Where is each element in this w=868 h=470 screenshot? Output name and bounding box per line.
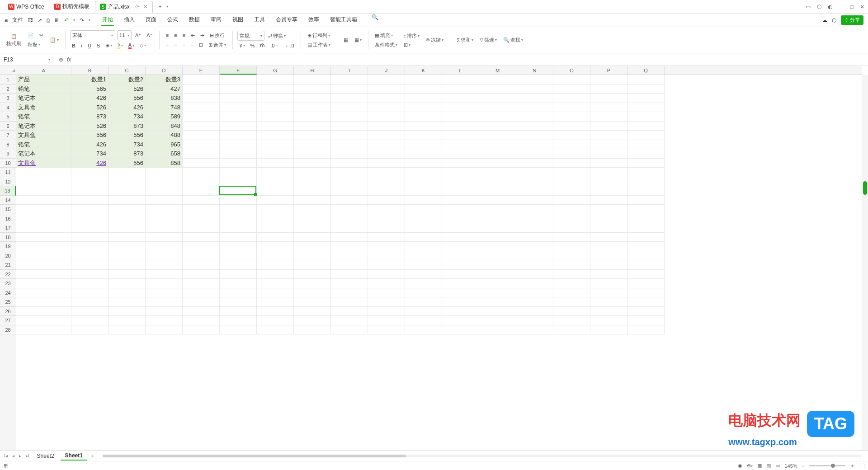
cell[interactable] xyxy=(516,149,553,159)
cell[interactable] xyxy=(146,307,183,316)
cell[interactable] xyxy=(16,214,71,224)
cell[interactable] xyxy=(368,223,405,233)
row-header-21[interactable]: 21 xyxy=(0,260,16,270)
cell[interactable] xyxy=(627,131,665,140)
font-increase-button[interactable]: A⁺ xyxy=(133,32,143,39)
new-tab-button[interactable]: ＋ xyxy=(154,3,166,10)
cell[interactable] xyxy=(627,288,665,298)
cell[interactable] xyxy=(405,112,442,122)
cell[interactable] xyxy=(368,94,405,103)
cell[interactable] xyxy=(479,307,516,316)
cell[interactable]: 426 xyxy=(71,140,108,150)
file-tab[interactable]: S 产品.xlsx ⟳ ✕ xyxy=(95,1,153,13)
tab-smart[interactable]: 智能工具箱 xyxy=(329,14,358,26)
cell[interactable] xyxy=(368,270,405,279)
cell[interactable]: 数量2 xyxy=(108,75,146,85)
cell[interactable] xyxy=(516,85,553,94)
tab-review[interactable]: 审阅 xyxy=(210,14,222,26)
cell[interactable] xyxy=(183,94,220,103)
cell[interactable] xyxy=(220,223,257,233)
cell[interactable] xyxy=(442,242,479,251)
preview-icon[interactable]: 🗎 xyxy=(54,17,60,24)
cell[interactable] xyxy=(553,223,590,233)
cell[interactable] xyxy=(220,75,257,85)
col-header-G[interactable]: G xyxy=(257,66,294,75)
cell[interactable] xyxy=(442,251,479,261)
cell[interactable] xyxy=(479,94,516,103)
sum-button[interactable]: Σ 求和▾ xyxy=(455,36,475,44)
zoom-lens-icon[interactable]: ⊕ xyxy=(59,56,63,63)
cell[interactable] xyxy=(294,205,331,214)
row-header-16[interactable]: 16 xyxy=(0,214,16,224)
font-size-select[interactable]: 11▾ xyxy=(117,30,132,40)
row-header-28[interactable]: 28 xyxy=(0,325,16,335)
cell[interactable] xyxy=(331,85,368,94)
file-menu[interactable]: 文件 xyxy=(12,16,23,24)
cell[interactable] xyxy=(553,112,590,122)
cell[interactable] xyxy=(16,288,71,298)
cell[interactable] xyxy=(183,131,220,140)
cell[interactable] xyxy=(220,205,257,214)
cell-size-button[interactable]: ⊞▾ xyxy=(402,41,422,49)
cell[interactable] xyxy=(183,85,220,94)
cell[interactable] xyxy=(516,75,553,85)
cell[interactable] xyxy=(516,325,553,335)
cell[interactable] xyxy=(405,149,442,159)
cell[interactable] xyxy=(516,103,553,113)
cell[interactable] xyxy=(331,103,368,113)
cell[interactable] xyxy=(442,196,479,205)
cell[interactable] xyxy=(516,307,553,316)
cell[interactable] xyxy=(553,233,590,242)
cell[interactable] xyxy=(183,186,220,196)
paste-button[interactable]: 粘贴▾ xyxy=(26,40,45,49)
cell[interactable] xyxy=(479,103,516,113)
cell[interactable]: 488 xyxy=(146,131,183,140)
cell[interactable] xyxy=(590,196,627,205)
cell[interactable] xyxy=(183,316,220,325)
cell[interactable] xyxy=(368,159,405,168)
cell[interactable] xyxy=(71,260,108,270)
cell[interactable] xyxy=(294,251,331,261)
fullscreen-icon[interactable]: ⛶ xyxy=(859,463,864,469)
cell[interactable] xyxy=(257,242,294,251)
cell[interactable] xyxy=(331,242,368,251)
undo-caret[interactable]: ▾ xyxy=(73,18,75,22)
cell[interactable] xyxy=(590,112,627,122)
cell[interactable] xyxy=(294,297,331,307)
row-header-7[interactable]: 7 xyxy=(0,131,16,140)
cell[interactable] xyxy=(590,288,627,298)
cell[interactable] xyxy=(183,233,220,242)
col-header-Q[interactable]: Q xyxy=(627,66,665,75)
cell[interactable] xyxy=(516,288,553,298)
cell[interactable] xyxy=(183,223,220,233)
status-indicator-icon[interactable]: ⊞ xyxy=(4,463,8,469)
cell[interactable] xyxy=(368,205,405,214)
settings-icon[interactable]: ⬡ xyxy=(832,17,836,24)
select-all-corner[interactable]: ◢ xyxy=(0,66,16,75)
cell[interactable] xyxy=(71,177,108,187)
cell[interactable] xyxy=(183,75,220,85)
cell[interactable] xyxy=(627,251,665,261)
cell[interactable] xyxy=(183,177,220,187)
cell[interactable] xyxy=(294,325,331,335)
cell[interactable] xyxy=(627,149,665,159)
cell[interactable] xyxy=(516,205,553,214)
cell[interactable] xyxy=(590,242,627,251)
cell[interactable] xyxy=(479,122,516,131)
cell[interactable] xyxy=(516,140,553,150)
cell[interactable] xyxy=(146,270,183,279)
cell[interactable] xyxy=(16,251,71,261)
cell[interactable] xyxy=(553,196,590,205)
cell[interactable] xyxy=(331,140,368,150)
cell[interactable] xyxy=(183,168,220,177)
cell[interactable] xyxy=(331,251,368,261)
copy-button[interactable]: 📄 xyxy=(26,32,36,39)
break-view-icon[interactable]: ▭ xyxy=(775,463,780,469)
cell[interactable] xyxy=(220,177,257,187)
cell[interactable] xyxy=(220,307,257,316)
cell[interactable] xyxy=(553,325,590,335)
zoom-slider[interactable] xyxy=(809,465,845,466)
cell[interactable] xyxy=(257,75,294,85)
cell[interactable] xyxy=(220,233,257,242)
wrap-button[interactable]: ⊟ 换行 xyxy=(208,31,226,40)
